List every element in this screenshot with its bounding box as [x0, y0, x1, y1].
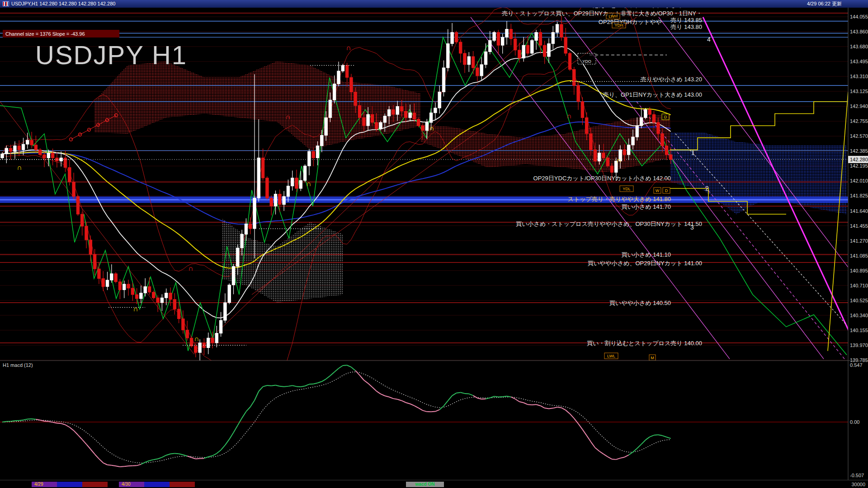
timeline-segment	[170, 482, 195, 487]
macd-line-segment	[309, 384, 313, 385]
macd-line-segment	[604, 454, 608, 457]
candle-body	[434, 108, 437, 113]
candle-body	[135, 295, 138, 299]
candle-body	[106, 280, 108, 286]
macd-line-segment	[515, 399, 519, 402]
macd-line-segment	[297, 386, 301, 387]
candle-body	[337, 71, 340, 84]
macd-line-segment	[166, 454, 170, 455]
macd-line-segment	[124, 466, 128, 466]
macd-line-segment	[519, 402, 524, 403]
price-tick-label: 141.825	[850, 193, 868, 198]
macd-axis-label: 0.547	[850, 362, 863, 368]
candle-body	[140, 293, 142, 298]
arc-marker: ∩	[306, 180, 311, 188]
candle-body	[354, 92, 357, 105]
candle-body	[425, 122, 428, 131]
price-annotation: 売り 143.80	[670, 23, 702, 30]
price-tick-label: 142.570	[850, 133, 868, 139]
macd-line-segment	[406, 403, 410, 404]
chart-titlebar: USDJPY,H1 142.280 142.280 142.280 142.28…	[0, 0, 868, 8]
candle-body	[228, 285, 231, 303]
trend-line[interactable]	[194, 17, 548, 354]
macd-line-segment	[24, 419, 28, 420]
wacd-label: wacd ON	[415, 482, 435, 487]
candle-body	[350, 77, 353, 92]
candle-body	[299, 180, 302, 188]
macd-line-segment	[74, 431, 78, 435]
candle-body	[531, 41, 533, 53]
macd-line-segment	[70, 427, 74, 430]
macd-line-segment	[612, 459, 616, 460]
candle-body	[98, 269, 100, 278]
macd-line-segment	[19, 420, 23, 420]
price-annotation: 売り 143.85	[670, 17, 702, 23]
wacd-indicator-button[interactable]: wacd ON	[406, 482, 444, 487]
price-annotation: 買い小さめ 141.10	[622, 251, 671, 258]
price-annotation: 売り、OP1日NYカット大きめ 143.00	[603, 91, 702, 98]
macd-line-segment	[393, 399, 397, 399]
macd-line-segment	[44, 421, 48, 422]
candle-body	[379, 122, 382, 129]
macd-axis-label: -0.507	[850, 473, 864, 478]
macd-line-segment	[170, 454, 175, 454]
candle-body	[497, 33, 500, 45]
macd-line-segment	[250, 400, 255, 407]
macd-line-segment	[461, 393, 465, 394]
channel-label: Channel size = 1376 Slope = -43.96	[5, 31, 85, 37]
candle-body	[26, 140, 29, 144]
macd-line-segment	[444, 401, 448, 406]
arc-marker: ∩	[429, 124, 434, 132]
candle-body	[266, 178, 269, 198]
price-tick-label: 142.755	[850, 118, 868, 124]
macd-line-segment	[452, 393, 456, 396]
macd-line-segment	[591, 442, 595, 448]
candle-body	[34, 145, 37, 150]
candle-body	[547, 44, 550, 56]
trendline-number: 2	[705, 185, 709, 192]
price-tick-label: 141.270	[850, 238, 868, 244]
mt4-chart-window: USDJPY,H1 142.280 142.280 142.280 142.28…	[0, 0, 868, 488]
macd-line-segment	[90, 449, 94, 454]
macd-line-segment	[477, 398, 481, 399]
candle-body	[568, 53, 571, 70]
macd-line-segment	[528, 404, 532, 405]
macd-line-segment	[234, 425, 238, 432]
candle-body	[51, 153, 54, 158]
timeline-segment	[57, 482, 82, 487]
arc-marker: ∩	[285, 113, 291, 121]
macd-line-segment	[419, 408, 423, 410]
macd-line-segment	[385, 396, 389, 397]
candle-body	[278, 194, 281, 204]
macd-line-segment	[276, 385, 280, 386]
chart-title: USDJPY,H1 142.280 142.280 142.280 142.28…	[11, 0, 115, 8]
candle-body	[363, 117, 365, 126]
price-tick-label: 142.010	[850, 178, 868, 183]
candle-body	[472, 56, 474, 68]
trend-line[interactable]	[471, 17, 730, 359]
price-annotation: 買いやや小さめ 140.50	[609, 300, 671, 306]
price-tick-label: 140.155	[850, 328, 868, 333]
macd-line-segment	[351, 367, 355, 371]
candle-body	[333, 84, 336, 100]
candle-body	[253, 198, 256, 229]
trend-line[interactable]	[637, 102, 844, 359]
level-badge-label: W	[656, 188, 660, 193]
price-annotation: 買い・割り込むとストップロス売り 140.00	[587, 340, 702, 347]
candle-body	[421, 126, 424, 131]
macd-line-segment	[414, 406, 418, 408]
price-tick-label: 139.970	[850, 343, 868, 348]
macd-line-segment	[112, 465, 116, 466]
candle-body	[526, 45, 529, 53]
chart-canvas[interactable]: ∩∩∩∩∩∩∩∩∩∩USDJPY H1Channel size = 1376 S…	[0, 0, 868, 488]
volume-readout: 30000	[851, 482, 865, 487]
macd-line-segment	[66, 425, 70, 427]
candle-body	[598, 153, 600, 161]
candle-body	[303, 166, 306, 180]
level-badge-label: YDH	[614, 23, 623, 28]
macd-line-segment	[431, 412, 435, 412]
price-tick-label: 143.310	[850, 74, 868, 79]
macd-line-segment	[587, 436, 591, 442]
macd-line-segment	[494, 396, 498, 397]
macd-line-segment	[582, 429, 586, 436]
